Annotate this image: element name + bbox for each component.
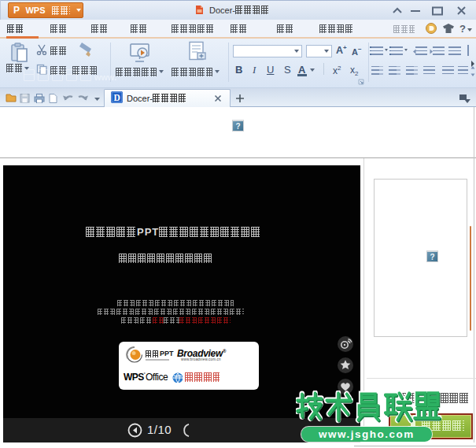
svg-text:?: ? — [459, 23, 466, 35]
svg-text:D: D — [114, 93, 120, 102]
